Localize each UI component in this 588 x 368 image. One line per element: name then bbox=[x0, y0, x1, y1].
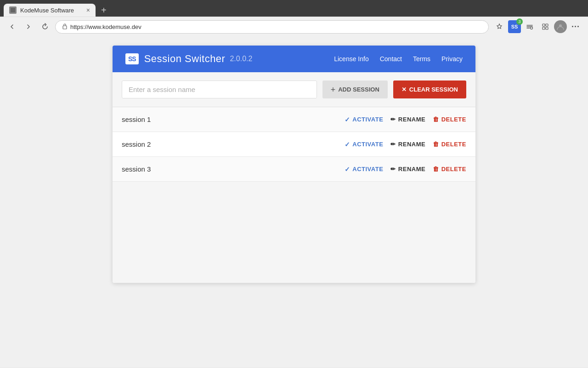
table-row: session 3 ✓ ACTIVATE ✏ RENAME 🗑 DELETE bbox=[113, 157, 475, 182]
url-field[interactable]: https://www.kodemuse.dev bbox=[55, 20, 489, 34]
more-menu-icon: ··· bbox=[571, 22, 580, 32]
svg-rect-0 bbox=[11, 8, 15, 12]
delete-button[interactable]: 🗑 DELETE bbox=[433, 166, 466, 172]
delete-label: DELETE bbox=[441, 166, 466, 172]
add-session-button[interactable]: + ADD SESSION bbox=[322, 80, 388, 98]
forward-button[interactable] bbox=[22, 20, 35, 33]
svg-rect-6 bbox=[546, 27, 548, 29]
session-name: session 1 bbox=[122, 115, 345, 123]
clear-session-button[interactable]: ✕ CLEAR SESSION bbox=[393, 80, 466, 98]
tab-bar: KodeMuse Software × + bbox=[0, 0, 588, 17]
url-text: https://www.kodemuse.dev bbox=[70, 23, 141, 30]
table-row: session 2 ✓ ACTIVATE ✏ RENAME 🗑 DELETE bbox=[113, 132, 475, 157]
app-container: SS Session Switcher 2.0.0.2 License Info… bbox=[113, 46, 475, 283]
active-tab[interactable]: KodeMuse Software × bbox=[4, 4, 96, 17]
svg-rect-3 bbox=[543, 24, 545, 26]
trash-icon: 🗑 bbox=[433, 116, 439, 123]
back-button[interactable] bbox=[6, 20, 18, 33]
check-icon: ✓ bbox=[345, 116, 351, 123]
delete-label: DELETE bbox=[441, 141, 466, 148]
trash-icon: 🗑 bbox=[433, 141, 439, 148]
header-nav: License Info Contact Terms Privacy bbox=[334, 55, 463, 63]
refresh-button[interactable] bbox=[39, 20, 51, 33]
svg-rect-4 bbox=[546, 24, 548, 26]
privacy-link[interactable]: Privacy bbox=[441, 55, 463, 63]
check-icon: ✓ bbox=[345, 141, 351, 148]
app-version: 2.0.0.2 bbox=[230, 55, 252, 63]
delete-label: DELETE bbox=[441, 116, 466, 123]
address-bar: https://www.kodemuse.dev SS 3 bbox=[0, 17, 588, 36]
delete-button[interactable]: 🗑 DELETE bbox=[433, 116, 466, 123]
trash-icon: 🗑 bbox=[433, 166, 439, 172]
plus-icon: + bbox=[331, 86, 336, 94]
rename-label: RENAME bbox=[398, 166, 425, 172]
rename-button[interactable]: ✏ RENAME bbox=[390, 166, 425, 172]
pencil-icon: ✏ bbox=[390, 116, 396, 123]
activate-button[interactable]: ✓ ACTIVATE bbox=[345, 141, 384, 148]
activate-button[interactable]: ✓ ACTIVATE bbox=[345, 166, 384, 173]
tab-close-button[interactable]: × bbox=[86, 7, 90, 13]
tab-favicon bbox=[9, 6, 17, 14]
toolbar-right: SS 3 bbox=[492, 20, 582, 34]
rename-label: RENAME bbox=[398, 141, 425, 148]
sessions-list: session 1 ✓ ACTIVATE ✏ RENAME 🗑 DELETE s… bbox=[113, 107, 475, 182]
app-title: Session Switcher bbox=[144, 53, 226, 65]
favorites-button[interactable] bbox=[523, 20, 537, 34]
profile-button[interactable] bbox=[554, 20, 567, 33]
svg-rect-5 bbox=[543, 27, 545, 29]
session-name: session 3 bbox=[122, 165, 345, 173]
avatar bbox=[554, 20, 567, 33]
lock-icon bbox=[62, 23, 68, 31]
rename-button[interactable]: ✏ RENAME bbox=[390, 116, 425, 123]
app-header: SS Session Switcher 2.0.0.2 License Info… bbox=[113, 46, 475, 72]
clear-session-label: CLEAR SESSION bbox=[409, 86, 458, 93]
app-logo: SS bbox=[125, 53, 139, 64]
app-toolbar: + ADD SESSION ✕ CLEAR SESSION bbox=[113, 72, 475, 107]
rename-button[interactable]: ✏ RENAME bbox=[390, 141, 425, 148]
session-actions: ✓ ACTIVATE ✏ RENAME 🗑 DELETE bbox=[345, 141, 466, 148]
table-row: session 1 ✓ ACTIVATE ✏ RENAME 🗑 DELETE bbox=[113, 107, 475, 132]
empty-area bbox=[113, 182, 475, 283]
add-session-label: ADD SESSION bbox=[338, 86, 379, 93]
session-actions: ✓ ACTIVATE ✏ RENAME 🗑 DELETE bbox=[345, 116, 466, 123]
rename-label: RENAME bbox=[398, 116, 425, 123]
tab-title: KodeMuse Software bbox=[20, 7, 83, 14]
delete-button[interactable]: 🗑 DELETE bbox=[433, 141, 466, 148]
extension-badge: 3 bbox=[516, 18, 523, 25]
star-button[interactable] bbox=[492, 20, 506, 34]
activate-label: ACTIVATE bbox=[352, 141, 383, 148]
page-content: SS Session Switcher 2.0.0.2 License Info… bbox=[0, 36, 588, 368]
pencil-icon: ✏ bbox=[390, 166, 396, 172]
collections-button[interactable] bbox=[538, 20, 552, 34]
svg-rect-1 bbox=[63, 26, 67, 29]
check-icon: ✓ bbox=[345, 166, 351, 173]
new-tab-button[interactable]: + bbox=[97, 5, 110, 16]
license-link[interactable]: License Info bbox=[334, 55, 369, 63]
extension-label: SS bbox=[511, 24, 518, 29]
session-actions: ✓ ACTIVATE ✏ RENAME 🗑 DELETE bbox=[345, 166, 466, 173]
pencil-icon: ✏ bbox=[390, 141, 396, 148]
activate-label: ACTIVATE bbox=[352, 116, 383, 123]
session-name-input[interactable] bbox=[122, 80, 317, 98]
extension-button[interactable]: SS 3 bbox=[508, 20, 521, 33]
session-name: session 2 bbox=[122, 140, 345, 148]
contact-link[interactable]: Contact bbox=[380, 55, 402, 63]
x-icon: ✕ bbox=[401, 86, 407, 93]
browser-chrome: KodeMuse Software × + bbox=[0, 0, 588, 36]
svg-point-2 bbox=[531, 27, 533, 29]
activate-label: ACTIVATE bbox=[352, 166, 383, 172]
activate-button[interactable]: ✓ ACTIVATE bbox=[345, 116, 384, 123]
terms-link[interactable]: Terms bbox=[413, 55, 430, 63]
more-menu-button[interactable]: ··· bbox=[569, 20, 582, 34]
